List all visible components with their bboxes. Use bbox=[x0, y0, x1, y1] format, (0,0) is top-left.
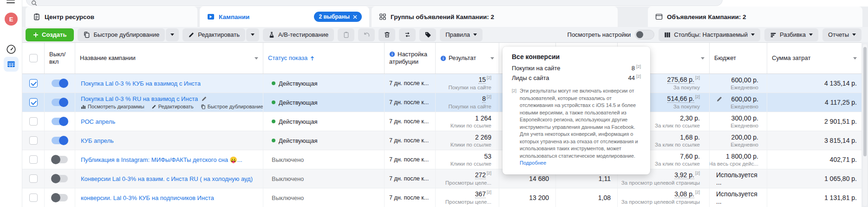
undo-button[interactable] bbox=[358, 28, 375, 41]
scrollbar-thumb[interactable] bbox=[863, 47, 867, 156]
column-header-name[interactable]: Название кампании bbox=[75, 43, 263, 73]
cost-per-result-value[interactable]: 1,68 р. bbox=[680, 134, 700, 141]
campaign-onoff-toggle[interactable] bbox=[52, 194, 68, 201]
tab-ads[interactable]: Объявления Кампании: 2 bbox=[648, 7, 862, 27]
column-header-attribution[interactable]: Настройка атрибуции bbox=[385, 43, 436, 73]
row-checkbox[interactable] bbox=[29, 98, 38, 107]
edit-button[interactable]: Редактировать bbox=[183, 28, 245, 41]
sidebar-item-dashboard[interactable] bbox=[4, 42, 19, 57]
row-checkbox[interactable] bbox=[29, 194, 38, 202]
campaign-name-link[interactable]: Покупка Lal 0-3 % КУБ на взаимод с Инста bbox=[81, 80, 201, 87]
result-value[interactable]: 8 bbox=[482, 95, 486, 103]
campaign-name-link[interactable]: КУБ апрель bbox=[81, 137, 114, 144]
columns-button[interactable]: Столбцы: Настраиваемый bbox=[659, 28, 760, 41]
campaign-onoff-toggle[interactable] bbox=[52, 175, 68, 182]
budget-value[interactable]: 600,00 р. bbox=[731, 95, 758, 103]
view-charts-action[interactable]: Посмотреть диаграммы bbox=[81, 104, 144, 109]
column-header-result[interactable]: Результат bbox=[436, 43, 499, 73]
cost-per-result-value[interactable]: 7,60 р. bbox=[680, 153, 700, 160]
swap-arrows-button[interactable] bbox=[399, 28, 416, 41]
reports-button[interactable]: Отчеты bbox=[822, 28, 861, 41]
avatar[interactable]: E bbox=[5, 13, 18, 26]
result-type: Клики по ссылке bbox=[450, 122, 491, 129]
budget-type: Ежедневно bbox=[731, 103, 758, 110]
create-button[interactable]: Создать bbox=[26, 28, 74, 41]
delivery-status: Выключено bbox=[272, 175, 304, 182]
quick-duplicate-action[interactable]: Быстрое дублирование bbox=[201, 104, 263, 109]
chevron-down-icon bbox=[809, 33, 813, 36]
close-icon[interactable] bbox=[353, 15, 357, 19]
row-checkbox[interactable] bbox=[29, 155, 38, 164]
campaign-onoff-toggle[interactable] bbox=[52, 118, 68, 125]
cost-per-result-value[interactable]: 514,66 р. bbox=[667, 95, 694, 103]
rules-button[interactable]: Правила bbox=[440, 28, 483, 41]
result-value[interactable]: 53 bbox=[484, 153, 491, 160]
tab-resource-center[interactable]: Центр ресурсов bbox=[26, 7, 197, 27]
row-checkbox[interactable] bbox=[29, 79, 38, 87]
result-value[interactable]: 1 264 bbox=[475, 114, 491, 122]
cost-per-result-value[interactable]: 2,30 р. bbox=[680, 114, 700, 122]
menu-hamburger-icon[interactable] bbox=[7, 0, 15, 5]
campaign-name-link[interactable]: Публикация в Instagram: МИФы/ФАКТы детск… bbox=[81, 156, 242, 163]
undo-icon bbox=[363, 31, 370, 38]
cost-per-result-value[interactable]: 3,92 р. bbox=[674, 171, 694, 179]
edit-budget-pencil-icon[interactable] bbox=[716, 96, 723, 102]
cost-per-result-type: За клик по ссылке bbox=[655, 141, 700, 148]
cost-per-result-value[interactable]: 275,68 р. bbox=[667, 76, 694, 84]
active-status-dot bbox=[272, 100, 275, 104]
column-header-budget[interactable]: Бюджет bbox=[710, 43, 767, 73]
campaign-name-link[interactable]: РОС апрель bbox=[81, 118, 115, 125]
budget-value[interactable]: Используется ... bbox=[716, 190, 758, 205]
campaign-onoff-toggle[interactable] bbox=[52, 156, 68, 163]
result-value[interactable]: 15 bbox=[478, 76, 486, 84]
result-type: Покупки на сайте bbox=[449, 103, 492, 110]
campaign-name-link[interactable]: Покупка Lal 0-3 % RU на взаимод с Инста bbox=[81, 95, 198, 102]
search-input[interactable] bbox=[26, 0, 723, 6]
edit-caret-button[interactable] bbox=[246, 28, 259, 41]
tooltip-footnote: Эти результаты могут не включать конверс… bbox=[520, 88, 638, 159]
budget-value[interactable]: 1 800,00 р. bbox=[726, 153, 758, 160]
top-search-strip bbox=[22, 0, 868, 7]
budget-value[interactable]: 200,00 р. bbox=[731, 134, 758, 141]
quick-duplicate-button[interactable]: Быстрое дублирование bbox=[78, 28, 165, 41]
row-checkbox[interactable] bbox=[29, 136, 38, 145]
learn-more-link[interactable]: Подробнее bbox=[520, 160, 546, 166]
paste-button[interactable] bbox=[338, 28, 354, 41]
column-header-status[interactable]: Статус показа bbox=[263, 43, 385, 73]
budget-value[interactable]: 600,00 р. bbox=[731, 76, 758, 84]
tab-adsets[interactable]: Группы объявлений Кампании: 2 bbox=[372, 7, 618, 27]
campaign-onoff-toggle[interactable] bbox=[52, 80, 68, 87]
campaign-name-link[interactable]: Конверсии Lal 0-3% на взаим. с Инста RU … bbox=[81, 175, 253, 182]
campaign-onoff-toggle[interactable] bbox=[52, 137, 68, 144]
selected-count-badge[interactable]: 2 выбраны bbox=[314, 12, 362, 22]
vertical-scrollbar[interactable] bbox=[863, 44, 867, 206]
row-checkbox[interactable] bbox=[29, 174, 38, 183]
level-tabs: Центр ресурсов Кампании 2 выбраны Группы… bbox=[22, 7, 868, 27]
delete-button[interactable] bbox=[379, 28, 395, 41]
campaign-onoff-toggle[interactable] bbox=[52, 99, 68, 106]
select-all-checkbox[interactable] bbox=[29, 54, 38, 62]
covered-metric-a: 13 200 bbox=[499, 188, 556, 207]
tag-button[interactable] bbox=[419, 28, 436, 41]
edit-name-pencil-icon[interactable] bbox=[201, 96, 207, 102]
quick-duplicate-caret-button[interactable] bbox=[166, 28, 179, 41]
select-all-checkbox-cell bbox=[22, 43, 45, 73]
budget-value[interactable]: Используется ... bbox=[716, 171, 758, 186]
left-sidebar: E bbox=[0, 0, 22, 207]
view-settings-toggle[interactable] bbox=[635, 30, 654, 40]
result-value[interactable]: 367 bbox=[475, 190, 486, 198]
amount-spent-value: 4 117,25 р. bbox=[767, 93, 861, 112]
tab-campaigns[interactable]: Кампании 2 выбраны bbox=[200, 7, 369, 27]
edit-action[interactable]: Редактировать bbox=[151, 104, 194, 109]
result-type: Покупки на сайте bbox=[449, 84, 492, 91]
campaign-name-link[interactable]: конверсии. Lal 0-3% КУБ на подписчиков И… bbox=[81, 194, 214, 201]
ab-test-button[interactable]: A/B-тестирование bbox=[263, 28, 334, 41]
result-value[interactable]: 2 269 bbox=[475, 134, 491, 141]
budget-value[interactable]: 300,00 р. bbox=[731, 114, 758, 122]
column-header-spent[interactable]: Сумма затрат bbox=[767, 43, 861, 73]
result-value[interactable]: 272 bbox=[475, 171, 486, 179]
sidebar-item-campaign-table[interactable] bbox=[4, 57, 19, 72]
cost-per-result-value[interactable]: 3,08 р. bbox=[674, 190, 694, 198]
breakdown-button[interactable]: Разбивка bbox=[764, 28, 818, 41]
row-checkbox[interactable] bbox=[29, 117, 38, 126]
